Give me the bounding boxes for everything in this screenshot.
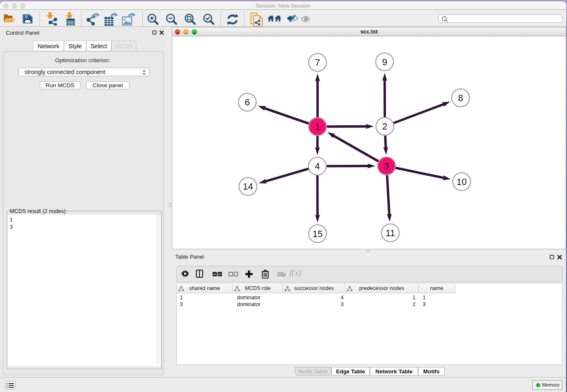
svg-text:8: 8 [458,93,463,103]
svg-text:14: 14 [243,182,253,192]
svg-text:3: 3 [384,161,389,171]
svg-text:9: 9 [382,57,387,67]
svg-text:7: 7 [315,58,320,68]
svg-text:11: 11 [385,228,395,238]
svg-text:6: 6 [245,97,250,108]
svg-text:2: 2 [383,121,388,132]
svg-text:4: 4 [315,161,320,171]
svg-text:10: 10 [457,177,467,187]
svg-text:1: 1 [315,122,320,132]
svg-text:15: 15 [313,229,323,239]
